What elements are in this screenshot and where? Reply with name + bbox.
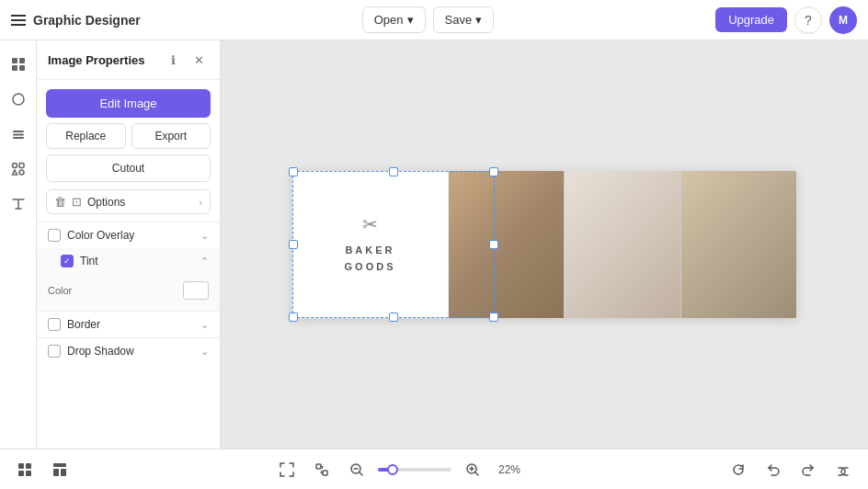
drop-shadow-section: Drop Shadow ⌄: [37, 337, 220, 364]
forward-icon: [836, 462, 851, 477]
zoom-control: [378, 468, 451, 472]
zoom-slider-thumb[interactable]: [387, 464, 398, 475]
zoom-slider-track[interactable]: [378, 468, 451, 472]
help-button[interactable]: ?: [794, 6, 822, 34]
topbar-right: Upgrade ? M: [715, 6, 857, 34]
upgrade-label: Upgrade: [728, 13, 774, 27]
layout-view-button[interactable]: [46, 456, 74, 483]
undo-button[interactable]: [760, 456, 787, 483]
zoom-out-icon: [349, 462, 364, 477]
sidebar-item-elements[interactable]: [4, 154, 33, 184]
info-icon-button[interactable]: ℹ: [163, 50, 183, 70]
zoom-out-button[interactable]: [343, 456, 371, 483]
hamburger-icon[interactable]: [11, 15, 26, 26]
topbar-center: Open ▾ Save ▾: [362, 6, 494, 33]
refresh-button[interactable]: [725, 456, 752, 483]
svg-rect-16: [53, 469, 59, 476]
layout-view-icon: [52, 462, 67, 477]
svg-point-4: [13, 94, 24, 105]
svg-rect-12: [26, 463, 31, 469]
zoom-in-button[interactable]: [459, 456, 486, 483]
text-icon: [11, 197, 26, 211]
redo-button[interactable]: [794, 456, 822, 483]
color-overlay-section: Color Overlay ⌄ Tint ⌃ Color: [37, 222, 220, 311]
color-overlay-chevron: ⌄: [200, 230, 209, 242]
grid-view-button[interactable]: [11, 456, 39, 483]
svg-rect-5: [13, 131, 24, 132]
sidebar-item-shapes[interactable]: [4, 85, 33, 114]
panel-header: Image Properties ℹ ✕: [37, 40, 220, 80]
drop-shadow-label: Drop Shadow: [67, 345, 134, 358]
svg-rect-6: [13, 134, 24, 136]
zoom-in-icon: [465, 462, 480, 477]
open-label: Open: [374, 13, 404, 27]
topbar: Graphic Designer Open ▾ Save ▾ Upgrade ?…: [0, 0, 868, 40]
avatar[interactable]: M: [829, 6, 857, 34]
panel-title: Image Properties: [48, 53, 145, 67]
color-overlay-checkbox[interactable]: [48, 229, 61, 242]
svg-rect-19: [323, 471, 327, 475]
options-label: Options: [87, 196, 125, 209]
shapes-icon: [11, 92, 26, 107]
border-checkbox[interactable]: [48, 318, 61, 331]
open-chevron: ▾: [407, 13, 414, 27]
close-panel-button[interactable]: ✕: [188, 50, 209, 70]
sidebar-item-layers[interactable]: [4, 119, 33, 149]
replace-export-row: Replace Export: [46, 123, 211, 149]
export-button[interactable]: Export: [131, 123, 211, 149]
bottom-center: 22%: [273, 456, 526, 483]
fit-view-button[interactable]: [273, 456, 301, 483]
tint-color-sub: Color: [37, 274, 220, 311]
border-row[interactable]: Border ⌄: [37, 312, 220, 337]
brand-name: BAKER GOODS: [345, 243, 396, 275]
upgrade-button[interactable]: Upgrade: [715, 7, 787, 32]
transform-icon: [314, 462, 329, 477]
trash-icon: 🗑: [54, 195, 66, 209]
border-section: Border ⌄: [37, 311, 220, 337]
tint-row[interactable]: Tint ⌃: [37, 248, 220, 274]
tint-checkbox[interactable]: [61, 255, 74, 267]
color-swatch[interactable]: [183, 281, 209, 300]
color-sub-label: Color: [48, 285, 72, 296]
bottom-left: [11, 456, 74, 483]
fit-view-icon: [280, 462, 294, 477]
zoom-value: 22%: [494, 463, 526, 476]
forward-button[interactable]: [829, 456, 857, 483]
svg-point-8: [12, 164, 17, 168]
app-title: Graphic Designer: [33, 13, 141, 28]
drop-shadow-chevron: ⌄: [200, 346, 209, 358]
transform-button[interactable]: [308, 456, 336, 483]
color-overlay-row[interactable]: Color Overlay ⌄: [37, 222, 220, 248]
svg-rect-11: [18, 463, 24, 469]
photo-segment-2: [564, 171, 680, 318]
bottom-right: [725, 456, 857, 483]
topbar-left: Graphic Designer: [11, 13, 141, 28]
svg-rect-1: [19, 58, 25, 63]
sidebar-item-text[interactable]: [4, 189, 33, 219]
sidebar-item-grid[interactable]: [4, 50, 33, 79]
tint-label: Tint: [80, 255, 98, 267]
brand-icon: ✂: [362, 213, 378, 235]
save-button[interactable]: Save ▾: [433, 6, 495, 33]
refresh-icon: [731, 462, 746, 477]
save-chevron: ▾: [475, 13, 482, 27]
design-image[interactable]: ✂ BAKER GOODS: [292, 171, 796, 318]
layers-icon: [11, 127, 26, 142]
icon-sidebar: [0, 40, 37, 449]
cutout-button[interactable]: Cutout: [46, 154, 211, 182]
design-photos: [449, 171, 796, 318]
save-label: Save: [445, 13, 473, 27]
svg-rect-0: [12, 58, 17, 63]
open-button[interactable]: Open ▾: [362, 6, 426, 33]
drop-shadow-row[interactable]: Drop Shadow ⌄: [37, 338, 220, 364]
canvas-area: ✂ BAKER GOODS: [221, 40, 868, 449]
canvas-content: ✂ BAKER GOODS: [292, 171, 796, 318]
options-row[interactable]: 🗑 ⊡ Options ›: [46, 189, 211, 214]
drop-shadow-checkbox[interactable]: [48, 345, 61, 358]
tint-color-row: Color: [48, 278, 209, 303]
design-left: ✂ BAKER GOODS: [292, 171, 449, 318]
help-icon: ?: [805, 13, 812, 28]
edit-image-button[interactable]: Edit Image: [46, 89, 211, 118]
photo-segment-1: [449, 171, 564, 318]
replace-button[interactable]: Replace: [46, 123, 126, 149]
